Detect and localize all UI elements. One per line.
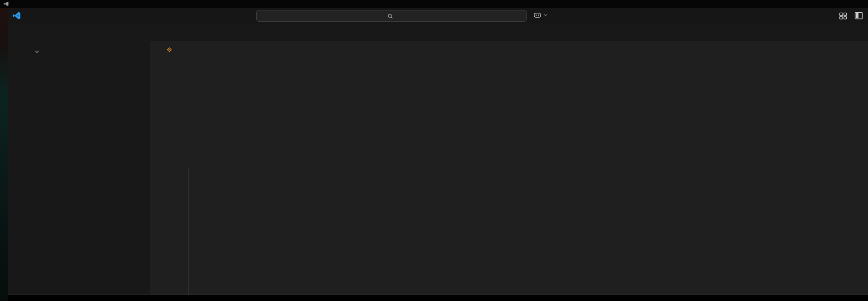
title-bar <box>8 8 868 24</box>
indent-guide <box>188 168 189 295</box>
code-area[interactable] <box>150 24 868 295</box>
copilot-icon <box>533 10 542 20</box>
explorer-sidebar <box>27 24 150 295</box>
vscode-logo-icon <box>12 11 21 20</box>
window-bottom-edge <box>8 295 868 295</box>
search-icon <box>387 13 393 19</box>
editor-group <box>150 24 868 295</box>
activity-bar <box>8 24 27 295</box>
chevron-down-icon <box>34 49 40 54</box>
customize-layout-icon[interactable] <box>839 11 848 20</box>
toggle-panel-layout-icon[interactable] <box>854 11 863 20</box>
vscode-window <box>0 0 868 301</box>
system-bar <box>0 0 868 8</box>
copilot-button[interactable] <box>533 10 548 20</box>
desktop-wallpaper-strip <box>0 8 8 301</box>
folder-row-src[interactable] <box>27 45 150 57</box>
chevron-down-icon <box>543 13 548 17</box>
command-search-box[interactable] <box>256 10 527 22</box>
